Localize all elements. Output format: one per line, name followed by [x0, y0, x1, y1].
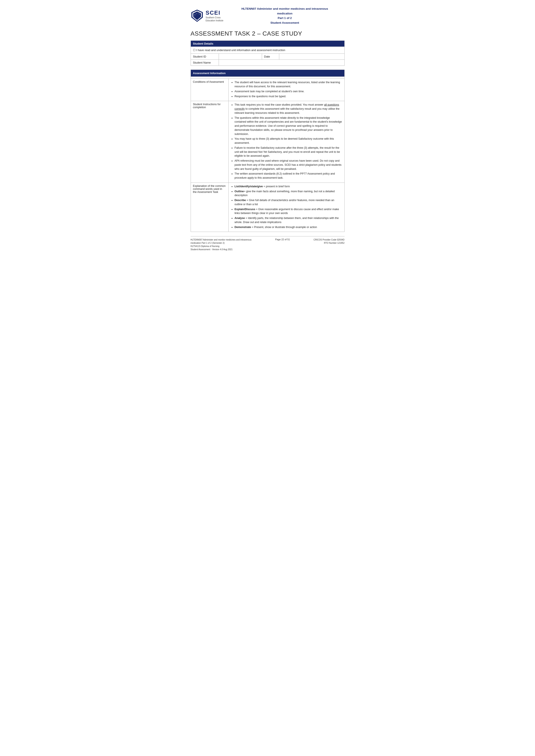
student-details-header: Student Details [191, 41, 344, 47]
student-id-row: Student ID Date [191, 54, 344, 60]
student-name-row: Student Name [191, 60, 344, 66]
command-words-content: List/identify/state/give = present in br… [228, 182, 344, 232]
footer-page-number: Page 22 of 51 [275, 238, 290, 251]
scei-logo-icon: ★ ★ ★ ★ ★ [191, 9, 204, 22]
student-name-value[interactable] [219, 60, 344, 66]
list-item: APA referencing must be used where origi… [235, 159, 342, 171]
instructions-label: Student Instructions for completion [191, 101, 228, 183]
student-id-label: Student ID [191, 54, 219, 60]
footer-left: HLTENN007 Administer and monitor medicin… [191, 238, 252, 251]
instructions-content: This task requires you to read the case … [228, 101, 344, 183]
logo-subtitle: Southern Cross Education Institute [206, 16, 223, 22]
instructions-list: This task requires you to read the case … [231, 103, 342, 180]
conditions-content: The student will have access to the rele… [228, 79, 344, 101]
logo-text: SCEI Southern Cross Education Institute [206, 10, 223, 22]
student-id-value[interactable] [219, 54, 262, 60]
list-item: This task requires you to read the case … [235, 103, 342, 115]
assessment-info-table: Assessment Information Conditions of Ass… [191, 69, 345, 232]
logo-area: ★ ★ ★ ★ ★ SCEI Southern Cross Education … [191, 9, 225, 22]
student-name-label: Student Name [191, 60, 219, 66]
date-value[interactable] [279, 54, 344, 60]
svg-text:★: ★ [194, 16, 194, 17]
list-item: Explain/Discuss = Give reasonable argume… [235, 207, 342, 216]
header-title: HLTENN07 Administer and monitor medicine… [225, 7, 345, 25]
list-item: You may have up to three (3) attempts to… [235, 137, 342, 145]
page-header: ★ ★ ★ ★ ★ SCEI Southern Cross Education … [191, 7, 345, 25]
page-footer: HLTENN007 Administer and monitor medicin… [191, 236, 345, 251]
conditions-list: The student will have access to the rele… [231, 80, 342, 98]
instructions-row: Student Instructions for completion This… [191, 101, 344, 183]
list-item: Describe = Give full details of characte… [235, 198, 342, 206]
conditions-label: Conditions of Assessment [191, 79, 228, 101]
svg-text:★: ★ [198, 13, 198, 14]
svg-text:★: ★ [194, 14, 195, 15]
list-item: Outline= give the main facts about somet… [235, 189, 342, 198]
list-item: Analyse = Identify parts, the relationsh… [235, 216, 342, 224]
list-item: The questions within this assessment rel… [235, 116, 342, 136]
list-item: List/identify/state/give = present in br… [235, 184, 342, 189]
student-details-table: Student Details ☐ I have read and unders… [191, 40, 345, 66]
command-words-label: Explanation of the common command words … [191, 182, 228, 232]
list-item: Demonstrate = Present, show or illustrat… [235, 225, 342, 229]
list-item: Assessment task may be completed at stud… [235, 90, 342, 94]
conditions-row: Conditions of Assessment The student wil… [191, 79, 344, 101]
assessment-info-header: Assessment Information [191, 70, 344, 77]
command-words-list: List/identify/state/give = present in br… [231, 184, 342, 229]
date-label: Date [262, 54, 279, 60]
command-words-row: Explanation of the common command words … [191, 182, 344, 232]
checkbox-row: ☐ I have read and understand unit inform… [191, 47, 344, 54]
list-item: The student will have access to the rele… [235, 80, 342, 89]
footer-right: CRICOS Provider Code 02934D RTO Number 1… [314, 238, 344, 251]
spacer-row-1 [191, 77, 344, 79]
page-title: ASSESSMENT TASK 2 – CASE STUDY [191, 30, 345, 37]
checkbox-label: ☐ I have read and understand unit inform… [191, 47, 344, 54]
list-item: Responses to the questions must be typed… [235, 94, 342, 98]
list-item: The written assessment standards (8.2) o… [235, 172, 342, 180]
list-item: Failure to receive the Satisfactory outc… [235, 146, 342, 158]
logo-scei-text: SCEI [206, 10, 223, 16]
